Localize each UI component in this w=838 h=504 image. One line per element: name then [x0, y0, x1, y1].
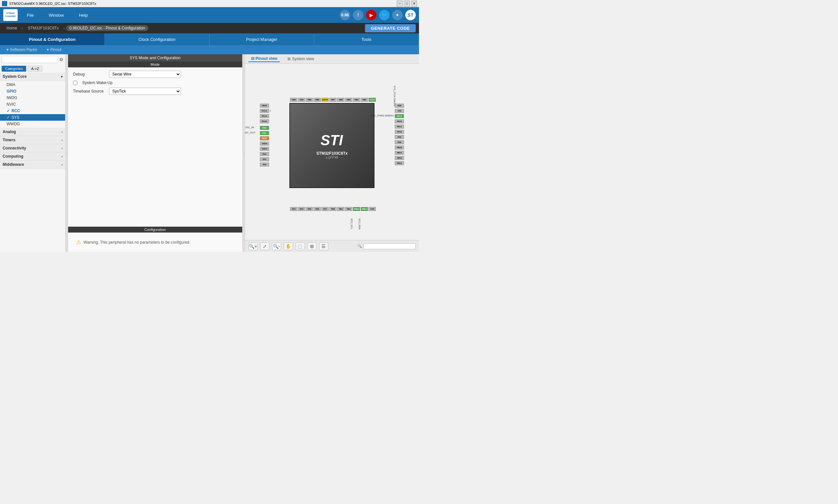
pin-pc15-left: PC15- [260, 119, 269, 123]
sidebar-group-systemcore: System Core ▾ DMA GPIO IWDG NVIC ✓ RC [0, 73, 65, 128]
connectivity-expand-icon: › [62, 146, 63, 150]
pin-boot0-top: BOOT0 [321, 98, 329, 102]
timebase-label: Timebase Source [73, 89, 106, 93]
sidebar-item-iwdg[interactable]: IWDG [0, 94, 65, 101]
pin-pa10-right: PA10 [395, 130, 404, 134]
right-search-input[interactable] [363, 243, 416, 249]
view-tab-system[interactable]: ⊞ System view [285, 56, 316, 62]
timebase-select[interactable]: SysTick [109, 88, 181, 95]
sidebar-item-nvic[interactable]: NVIC [0, 101, 65, 108]
table-button[interactable]: ☰ [319, 242, 328, 250]
sidebar-item-dma[interactable]: DMA [0, 82, 65, 88]
sidebar-tab-categories[interactable]: Categories [2, 66, 26, 72]
subtab-pinout[interactable]: ▾ Pinout [47, 48, 61, 52]
pin-pb5-box: PB5 [345, 98, 352, 102]
label-i2c2-sda: I2C2_SDA [359, 218, 361, 229]
icon-network[interactable]: ✦ [392, 10, 403, 20]
pin-vdd-top: VDD [290, 98, 297, 102]
pin-pa1-box: PA1 [260, 157, 269, 161]
pin-pb4-box: PB4 [353, 98, 360, 102]
pin-pb9-box: PB9 [306, 98, 313, 102]
pin-pb14-right: PB14 [395, 151, 404, 155]
bc-home[interactable]: Home [3, 25, 20, 31]
minimize-button[interactable]: ─ [397, 1, 403, 6]
pin-pa11-box: PA11 [395, 125, 404, 128]
pin-pb4-top: PB4 [353, 98, 360, 102]
window-title: STM32CubeMX 0.96OLED_I2C.ioc: STM32F103C… [9, 2, 397, 5]
bc-chip[interactable]: STM32F103C8Tx [24, 25, 62, 31]
zoom-in-button[interactable]: 🔍+ [248, 242, 258, 250]
view-tab-pinout[interactable]: ⊟ Pinout view [248, 56, 280, 62]
maximize-button[interactable]: □ [404, 1, 410, 6]
sidebar-group-timers-header[interactable]: Timers › [0, 136, 65, 144]
sidebar-group-computing-header[interactable]: Computing › [0, 152, 65, 161]
sidebar-search-input[interactable] [2, 56, 58, 63]
menu-file[interactable]: File [24, 12, 36, 19]
sidebar-tab-az[interactable]: A->Z [28, 66, 42, 72]
grid-button[interactable]: ⊞ [308, 242, 316, 250]
sidebar-group-connectivity: Connectivity › [0, 144, 65, 152]
pin-pa2-box: PA2 [260, 163, 269, 166]
bottom-toolbar: 🔍+ ⤢ 🔍- ✋ ⬚ ⊞ ☰ 🔍 [245, 240, 419, 252]
icon-youtube[interactable]: ▶ [366, 10, 377, 20]
icon-update[interactable]: 0.96 [340, 10, 350, 20]
breadcrumb: Home › STM32F103C8Tx › 0.96OLED_I2C.ioc … [0, 23, 419, 33]
label-sys-jtck: SYS_JTCK-SWCLK [394, 86, 396, 106]
system-wakeup-checkbox[interactable] [73, 81, 77, 85]
center-right-divider[interactable]: ⋮ [243, 54, 245, 252]
sidebar-group-computing: Computing › [0, 152, 65, 161]
center-panel: SYS Mode and Configuration Mode Debug Se… [68, 54, 243, 252]
logo-text: STM32CubeMX [5, 12, 16, 18]
tab-project[interactable]: Project Manager [209, 33, 314, 45]
sidebar-item-gpio[interactable]: GPIO [0, 88, 65, 94]
pin-pa3-bottom: PA3 [290, 207, 297, 211]
pin-vdd-right: VDD [395, 104, 404, 108]
debug-row: Debug Serial Wire [73, 71, 237, 78]
icon-st[interactable]: ST [405, 10, 416, 20]
content-area: ⚙ Categories A->Z System Core ▾ DMA GPIO… [0, 54, 419, 252]
sidebar-settings-icon[interactable]: ⚙ [59, 57, 64, 62]
sidebar-divider[interactable]: ⋮ [66, 54, 68, 252]
pin-nrst-box: NRST [260, 137, 269, 140]
pin-vdda-box: VDDA [260, 147, 269, 151]
sidebar-group-middleware-header[interactable]: Middleware › [0, 161, 65, 169]
sidebar-group-analog-header[interactable]: Analog › [0, 128, 65, 136]
close-button[interactable]: ✕ [411, 1, 417, 6]
pin-pb3-top: PB3 [361, 98, 368, 102]
pin-pa9-right: PA9 [395, 135, 404, 139]
bc-current[interactable]: 0.96OLED_I2C.ioc - Pinout & Configuratio… [66, 25, 148, 31]
pin-pb9-top: PB9 [306, 98, 313, 102]
analog-group-label: Analog [3, 129, 16, 134]
menu-help[interactable]: Help [76, 12, 90, 19]
pin-boot0-box: BOOT0 [321, 98, 329, 102]
sidebar-item-wwdg[interactable]: WWDG [0, 121, 65, 127]
rcc-check-icon: ✓ [6, 109, 10, 113]
subtab-software-packs[interactable]: ▾ Software Packs [6, 48, 37, 52]
select-button[interactable]: ⬚ [296, 242, 305, 250]
icon-twitter[interactable]: 🐦 [379, 10, 389, 20]
pin-pb1-bottom: PB1 [337, 207, 344, 211]
sidebar-group-systemcore-header[interactable]: System Core ▾ [0, 73, 65, 81]
pin-pb3-box: PB3 [361, 98, 368, 102]
sidebar-item-sys[interactable]: ✓ SYS [0, 114, 65, 121]
zoom-out-button[interactable]: 🔍- [272, 242, 281, 250]
tab-pinout[interactable]: Pinout & Configuration [0, 33, 105, 45]
config-section: ⚠ Warning: This peripheral has no parame… [68, 233, 242, 252]
systemcore-group-label: System Core [3, 74, 27, 79]
fit-button[interactable]: ⤢ [260, 242, 269, 250]
debug-select[interactable]: Serial Wire [109, 71, 181, 78]
sidebar-group-connectivity-header[interactable]: Connectivity › [0, 144, 65, 152]
pin-pb13-right: PB13 [395, 156, 404, 160]
tab-tools[interactable]: Tools [314, 33, 419, 45]
pin-pa4-bottom: PA4 [298, 207, 305, 211]
center-panel-title: SYS Mode and Configuration [68, 54, 242, 61]
bc-sep-1: › [22, 25, 23, 31]
tab-clock[interactable]: Clock Configuration [105, 33, 209, 45]
pin-pa6-box: PA6 [314, 207, 321, 211]
pan-button[interactable]: ✋ [284, 242, 293, 250]
generate-code-button[interactable]: GENERATE CODE [365, 24, 416, 32]
sidebar-item-rcc[interactable]: ✓ RCC [0, 108, 65, 114]
icon-facebook[interactable]: f [353, 10, 363, 20]
menu-window[interactable]: Window [46, 12, 67, 19]
pin-pa5-box: PA5 [306, 207, 313, 211]
